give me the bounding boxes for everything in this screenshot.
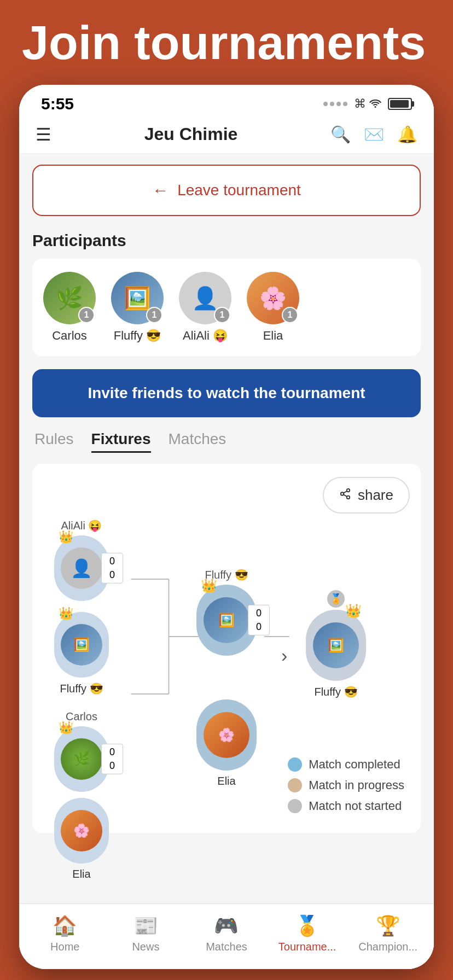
medal-icon: 🏅 bbox=[327, 590, 345, 608]
fluffy-oval-left: 🖼️ 👑 bbox=[54, 612, 109, 678]
final-winner: 🏅 🖼️ 👑 Fluffy 😎 bbox=[306, 590, 366, 698]
fluffy-oval-mid: 🖼️ 👑 00 bbox=[196, 585, 257, 656]
leave-tournament-button[interactable]: ← Leave tournament bbox=[32, 165, 421, 216]
score-carlos: 00 bbox=[101, 744, 123, 774]
mail-icon[interactable]: ✉️ bbox=[364, 125, 384, 144]
crown-winner: 👑 bbox=[345, 603, 362, 619]
match2-player1: Carlos 🌿 👑 00 bbox=[54, 710, 109, 792]
badge-aliali: 1 bbox=[214, 307, 230, 323]
crown-fluffy-left: 👑 bbox=[59, 606, 73, 621]
legend-dot-progress bbox=[288, 778, 302, 792]
match2-player2: 🌸 Elia bbox=[54, 798, 109, 880]
scroll-content: ← Leave tournament Participants 🌿 1 Carl… bbox=[19, 154, 434, 969]
svg-point-0 bbox=[347, 488, 350, 492]
elia-avatar-mid: 🌸 bbox=[204, 712, 249, 758]
nav-item-tournament[interactable]: 🏅 Tourname... bbox=[267, 914, 348, 953]
badge-carlos: 1 bbox=[78, 307, 95, 323]
nav-label-news: News bbox=[132, 941, 159, 953]
legend-in-progress: Match in progress bbox=[288, 778, 404, 792]
header-icons: 🔍 ✉️ 🔔 bbox=[330, 125, 417, 144]
menu-icon[interactable]: ☰ bbox=[36, 126, 51, 143]
avatar-wrap-aliali: 👤 1 bbox=[179, 272, 231, 324]
participant-fluffy: 🖼️ 1 Fluffy 😎 bbox=[111, 272, 164, 343]
champions-nav-icon: 🏆 bbox=[376, 914, 400, 937]
tab-rules[interactable]: Rules bbox=[34, 430, 74, 453]
share-button[interactable]: share bbox=[323, 477, 410, 514]
share-label: share bbox=[358, 487, 393, 504]
signal-dots-icon bbox=[323, 102, 347, 106]
score-fluffy-mid: 00 bbox=[248, 605, 270, 635]
legend-progress-label: Match in progress bbox=[309, 778, 404, 792]
back-arrow-icon: ← bbox=[152, 181, 169, 200]
share-icon bbox=[339, 488, 351, 503]
avatar-wrap-elia: 🌸 1 bbox=[247, 272, 299, 324]
carlos-oval: 🌿 👑 00 bbox=[54, 726, 109, 792]
nav-label-tournament: Tourname... bbox=[278, 941, 336, 953]
name-fluffy: Fluffy 😎 bbox=[114, 329, 161, 343]
participant-aliali: 👤 1 AliAli 😝 bbox=[179, 272, 231, 343]
avatar-wrap-carlos: 🌿 1 bbox=[43, 272, 96, 324]
nav-item-matches[interactable]: 🎮 Matches bbox=[186, 914, 267, 953]
fluffy-avatar-left: 🖼️ bbox=[61, 624, 102, 666]
legend-completed: Match completed bbox=[288, 757, 404, 772]
participants-title: Participants bbox=[32, 231, 421, 250]
invite-friends-button[interactable]: Invite friends to watch the tournament bbox=[32, 369, 421, 417]
elia-oval-left: 🌸 bbox=[54, 798, 109, 864]
elia-avatar-left: 🌸 bbox=[61, 810, 102, 851]
match1-player1: AliAli 😝 👤 👑 00 bbox=[54, 519, 109, 601]
nav-item-champions[interactable]: 🏆 Champion... bbox=[347, 914, 428, 953]
tab-fixtures[interactable]: Fixtures bbox=[91, 430, 151, 453]
match1-player2: 🖼️ 👑 Fluffy 😎 bbox=[54, 612, 109, 695]
battery-icon bbox=[388, 98, 412, 110]
participants-card: 🌿 1 Carlos 🖼️ 1 Fluffy 😎 👤 1 bbox=[32, 259, 421, 356]
winner-label: Fluffy 😎 bbox=[314, 685, 357, 698]
nav-label-matches: Matches bbox=[206, 941, 247, 953]
winner-avatar: 🖼️ bbox=[313, 622, 359, 668]
crown-fluffy-mid: 👑 bbox=[201, 578, 217, 593]
nav-item-news[interactable]: 📰 News bbox=[106, 914, 187, 953]
fluffy-label-left: Fluffy 😎 bbox=[60, 682, 103, 695]
badge-fluffy: 1 bbox=[146, 307, 162, 323]
svg-line-3 bbox=[344, 494, 347, 497]
avatar-wrap-fluffy: 🖼️ 1 bbox=[111, 272, 164, 324]
crown-icon: 👑 bbox=[59, 530, 73, 544]
name-aliali: AliAli 😝 bbox=[183, 329, 228, 343]
tabs-row: Rules Fixtures Matches bbox=[32, 430, 421, 453]
tournament-nav-icon: 🏅 bbox=[295, 914, 320, 937]
elia-oval-mid: 🌸 bbox=[196, 699, 257, 771]
svg-point-1 bbox=[341, 492, 344, 495]
matches-nav-icon: 🎮 bbox=[214, 914, 239, 937]
participant-carlos: 🌿 1 Carlos bbox=[43, 272, 96, 343]
tab-matches[interactable]: Matches bbox=[169, 430, 226, 453]
status-time: 5:55 bbox=[41, 95, 74, 113]
name-elia: Elia bbox=[263, 329, 283, 343]
nav-label-champions: Champion... bbox=[358, 941, 417, 953]
nav-item-home[interactable]: 🏠 Home bbox=[25, 914, 106, 953]
fluffy-avatar-mid: 🖼️ bbox=[204, 597, 249, 643]
leave-tournament-label: Leave tournament bbox=[177, 182, 301, 199]
wifi-icon: ⌘ bbox=[354, 97, 381, 111]
legend-not-started: Match not started bbox=[288, 799, 404, 813]
bell-icon[interactable]: 🔔 bbox=[397, 125, 417, 144]
carlos-avatar: 🌿 bbox=[61, 738, 102, 780]
search-icon[interactable]: 🔍 bbox=[330, 125, 351, 144]
status-bar: 5:55 ⌘ bbox=[19, 85, 434, 119]
app-header: ☰ Jeu Chimie 🔍 ✉️ 🔔 bbox=[19, 119, 434, 154]
legend-notstarted-label: Match not started bbox=[309, 799, 402, 813]
elia-label-mid: Elia bbox=[217, 775, 235, 788]
legend: Match completed Match in progress Match … bbox=[288, 757, 404, 820]
bottom-nav: 🏠 Home 📰 News 🎮 Matches 🏅 Tourname... 🏆 … bbox=[19, 903, 434, 969]
page-title: Join tournaments bbox=[22, 16, 431, 69]
home-nav-icon: 🏠 bbox=[53, 914, 77, 937]
legend-dot-notstarted bbox=[288, 799, 302, 813]
legend-completed-label: Match completed bbox=[309, 757, 400, 772]
semifinal-player2: 🌸 Elia bbox=[196, 699, 257, 788]
header-banner: Join tournaments bbox=[0, 0, 453, 80]
invite-friends-label: Invite friends to watch the tournament bbox=[88, 384, 365, 401]
crown-carlos: 👑 bbox=[59, 721, 73, 735]
bracket-area: AliAli 😝 👤 👑 00 🖼️ 👑 bbox=[43, 514, 410, 820]
arrow-right-icon: › bbox=[281, 645, 287, 666]
app-name: Jeu Chimie bbox=[144, 124, 238, 144]
winner-oval: 🖼️ 👑 bbox=[306, 610, 366, 681]
name-carlos: Carlos bbox=[52, 329, 87, 343]
